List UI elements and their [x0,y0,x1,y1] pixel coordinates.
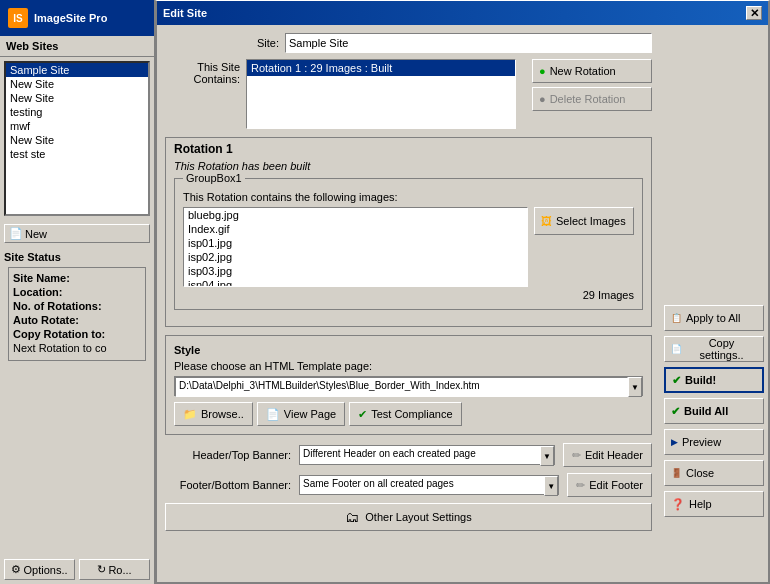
browse-icon: 📁 [183,408,197,421]
copy-settings-button[interactable]: 📄 Copy settings.. [664,336,764,362]
rotation-item-0[interactable]: Rotation 1 : 29 Images : Built [247,60,515,76]
style-section: Style Please choose an HTML Template pag… [165,335,652,435]
web-sites-title: Web Sites [0,36,154,57]
help-button[interactable]: ❓ Help [664,491,764,517]
list-item: isp02.jpg [184,250,527,264]
site-status-section: Site Name: Location: No. of Rotations: A… [8,267,146,361]
sidebar-new-buttons: 📄 New [0,220,154,247]
new-rotation-button[interactable]: ● New Rotation [532,59,652,83]
status-location: Location: [13,286,141,298]
copy-icon: 📄 [671,344,682,354]
site-status-title: Site Status [4,251,150,263]
list-item: isp03.jpg [184,264,527,278]
rotation-action-buttons: ● New Rotation ● Delete Rotation [532,59,652,111]
edit-site-dialog: Edit Site ✕ Site: document.currentScript… [155,0,770,584]
select-images-button[interactable]: 🖼 Select Images [534,207,634,235]
test-compliance-button[interactable]: ✔ Test Compliance [349,402,461,426]
images-list: bluebg.jpg Index.gif isp01.jpg isp02.jpg… [183,207,528,287]
groupbox1: GroupBox1 This Rotation contains the fol… [174,178,643,310]
site-contains-row: This Site Contains: Rotation 1 : 29 Imag… [165,59,652,129]
new-rotation-icon: ● [539,65,546,77]
style-buttons-row: 📁 Browse.. 📄 View Page ✔ Test Compliance [174,402,643,426]
footer-value: Same Footer on all created pages [300,476,544,494]
status-autorotate: Auto Rotate: [13,314,141,326]
build-check-icon: ✔ [672,374,681,387]
logo-text: ImageSite Pro [34,12,107,24]
status-next-rotation: Next Rotation to co [13,342,141,354]
view-page-icon: 📄 [266,408,280,421]
delete-rotation-button[interactable]: ● Delete Rotation [532,87,652,111]
site-item-4[interactable]: mwf [6,119,148,133]
site-item-1[interactable]: New Site [6,77,148,91]
help-icon: ❓ [671,498,685,511]
dialog-titlebar: Edit Site ✕ [157,1,768,25]
status-rotations: No. of Rotations: [13,300,141,312]
apply-to-all-button[interactable]: 📋 Apply to All [664,305,764,331]
site-label: Site: [165,37,285,49]
new-site-button[interactable]: 📄 New [4,224,150,243]
build-all-button[interactable]: ✔ Build All [664,398,764,424]
list-item: bluebg.jpg [184,208,527,222]
options-button[interactable]: ⚙ Options.. [4,559,75,580]
rotation-built-text: This Rotation has been built [174,160,643,172]
view-page-button[interactable]: 📄 View Page [257,402,345,426]
edit-header-button[interactable]: ✏ Edit Header [563,443,652,467]
rotate-icon: ↻ [97,563,106,576]
style-path-row: D:\Data\Delphi_3\HTMLBuilder\Styles\Blue… [174,376,643,396]
header-value: Different Header on each created page [300,446,540,464]
logo-icon: IS [8,8,28,28]
site-input[interactable] [285,33,652,53]
sidebar-logo: IS ImageSite Pro [0,0,154,36]
site-field-row: Site: document.currentScript.previousEle… [165,33,652,53]
edit-footer-icon: ✏ [576,479,585,492]
other-layout-icon: 🗂 [345,509,359,525]
status-name: Site Name: [13,272,141,284]
edit-footer-button[interactable]: ✏ Edit Footer [567,473,652,497]
site-item-2[interactable]: New Site [6,91,148,105]
header-dropdown[interactable]: ▼ [540,446,554,466]
build-all-icon: ✔ [671,405,680,418]
close-icon: 🚪 [671,468,682,478]
style-choose-text: Please choose an HTML Template page: [174,360,643,372]
list-item: isp01.jpg [184,236,527,250]
close-button[interactable]: 🚪 Close [664,460,764,486]
web-sites-list: Sample Site New Site New Site testing mw… [4,61,150,216]
rotation-section-title: Rotation 1 [174,142,643,156]
site-contains-label: This Site Contains: [165,59,246,85]
edit-header-icon: ✏ [572,449,581,462]
header-row: Header/Top Banner: Different Header on e… [165,443,652,467]
preview-button[interactable]: ▶ Preview [664,429,764,455]
footer-dropdown[interactable]: ▼ [544,476,558,496]
rotation-section: Rotation 1 This Rotation has been built … [165,137,652,327]
site-item-6[interactable]: test ste [6,147,148,161]
list-item: isn04.jpg [184,278,527,287]
groupbox-title: GroupBox1 [183,172,245,184]
style-path-display: D:\Data\Delphi_3\HTMLBuilder\Styles\Blue… [175,377,628,397]
build-button[interactable]: ✔ Build! [664,367,764,393]
preview-icon: ▶ [671,437,678,447]
right-action-buttons: 📋 Apply to All 📄 Copy settings.. ✔ Build… [660,25,768,582]
images-list-row: bluebg.jpg Index.gif isp01.jpg isp02.jpg… [183,207,634,287]
dialog-left-content: Site: document.currentScript.previousEle… [157,25,660,582]
images-count: 29 Images [183,289,634,301]
header-label: Header/Top Banner: [165,449,295,461]
delete-rotation-icon: ● [539,93,546,105]
site-item-5[interactable]: New Site [6,133,148,147]
style-title: Style [174,344,643,356]
images-contains-text: This Rotation contains the following ima… [183,191,634,203]
new-icon: 📄 [9,227,23,240]
rotate-button[interactable]: ↻ Ro... [79,559,150,580]
site-item-0[interactable]: Sample Site [6,63,148,77]
dialog-title: Edit Site [163,7,207,19]
test-compliance-icon: ✔ [358,408,367,421]
dialog-close-button[interactable]: ✕ [746,6,762,20]
site-item-3[interactable]: testing [6,105,148,119]
browse-button[interactable]: 📁 Browse.. [174,402,253,426]
options-icon: ⚙ [11,563,21,576]
other-layout-button[interactable]: 🗂 Other Layout Settings [165,503,652,531]
list-item: Index.gif [184,222,527,236]
apply-icon: 📋 [671,313,682,323]
style-path-dropdown[interactable]: ▼ [628,377,642,397]
select-images-icon: 🖼 [541,215,552,227]
sidebar: IS ImageSite Pro Web Sites Sample Site N… [0,0,155,584]
